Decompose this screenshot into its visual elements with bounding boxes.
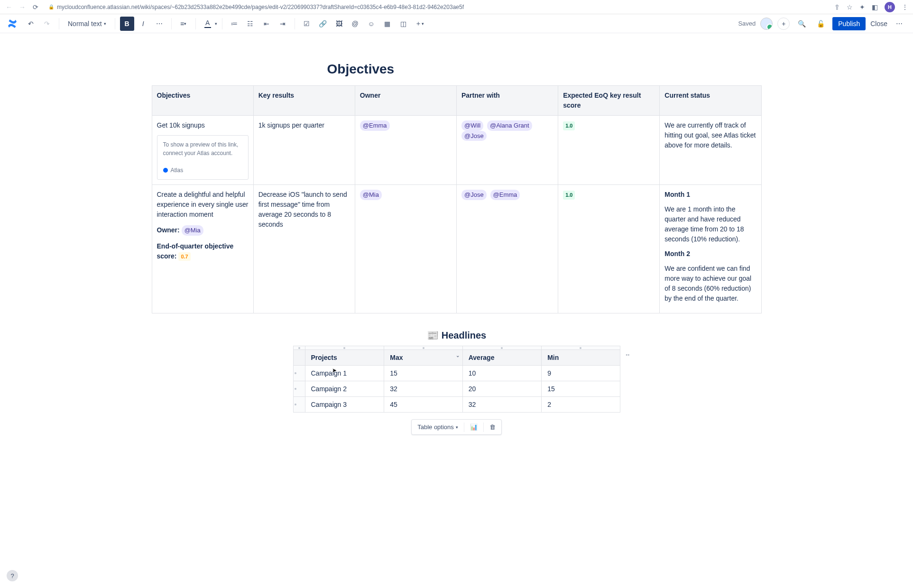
align-button[interactable]: ≡ ▾ [176, 17, 191, 31]
partner-cell[interactable]: @Jose @Emma [456, 185, 558, 313]
italic-button[interactable]: I [136, 17, 150, 31]
col-status[interactable]: Current status [660, 86, 761, 116]
indent-icon[interactable]: ⇥ [276, 17, 290, 31]
col-min[interactable]: Min [542, 350, 620, 366]
row-handle-corner[interactable] [293, 350, 305, 366]
publish-button[interactable]: Publish [832, 17, 866, 30]
atlas-smartlink[interactable]: To show a preview of this link, connect … [157, 135, 249, 180]
objective-text[interactable]: Get 10k signups [157, 120, 249, 130]
emoji-icon[interactable]: ☺ [364, 17, 378, 31]
row-handle[interactable] [293, 381, 305, 397]
table-icon[interactable]: ▦ [380, 17, 395, 31]
bold-button[interactable]: B [120, 17, 134, 31]
outdent-icon[interactable]: ⇤ [259, 17, 274, 31]
cell-project[interactable]: Campaign 3 [305, 397, 384, 413]
table-options-button[interactable]: Table options ▾ [415, 422, 461, 432]
partner-cell[interactable]: @Will @Alana Grant @Jose [456, 116, 558, 185]
status-cell[interactable]: Month 1 We are 1 month into the quarter … [660, 185, 761, 313]
sort-chevron-icon[interactable]: ⌄ [456, 353, 460, 358]
action-item-icon[interactable]: ☑ [300, 17, 314, 31]
chart-icon[interactable]: 📊 [467, 422, 480, 432]
mention[interactable]: @Will [461, 120, 483, 131]
table-row[interactable]: Campaign 1 15 10 9 [293, 366, 620, 381]
table-row[interactable]: Get 10k signups To show a preview of thi… [152, 116, 761, 185]
owner-cell[interactable]: @Emma [355, 116, 456, 185]
extensions-icon[interactable]: ✦ [859, 3, 865, 11]
score-cell[interactable]: 1.0 [558, 185, 660, 313]
col-key-results[interactable]: Key results [253, 86, 355, 116]
owner-cell[interactable]: @Mia [355, 185, 456, 313]
cell-avg[interactable]: 32 [462, 397, 541, 413]
cell-max[interactable]: 45 [384, 397, 462, 413]
table-row[interactable]: Campaign 3 45 32 2 [293, 397, 620, 413]
table-row[interactable]: Create a delightful and helpful experien… [152, 185, 761, 313]
bullet-list-icon[interactable]: ≔ [227, 17, 241, 31]
insert-icon[interactable]: ＋▾ [413, 17, 427, 31]
cell-avg[interactable]: 10 [462, 366, 541, 381]
col-owner[interactable]: Owner [355, 86, 456, 116]
link-icon[interactable]: 🔗 [316, 17, 330, 31]
cell-project[interactable]: Campaign 1 [305, 366, 384, 381]
browser-avatar[interactable]: H [885, 2, 895, 12]
col-max[interactable]: Max ⌄ [384, 350, 462, 366]
mention[interactable]: @Emma [360, 120, 390, 131]
objectives-table[interactable]: Objectives Key results Owner Partner wit… [152, 85, 762, 313]
column-handles[interactable] [293, 346, 620, 350]
undo-icon[interactable]: ↶ [24, 17, 38, 31]
table-resize-handle[interactable]: ↔ [625, 351, 631, 358]
more-actions-icon[interactable]: ⋯ [892, 17, 906, 31]
page-title[interactable]: Objectives [327, 62, 762, 77]
row-handle[interactable] [293, 397, 305, 413]
headlines-table[interactable]: Projects Max ⌄ Average Min Campaign 1 15… [293, 346, 620, 413]
status-cell[interactable]: We are currently off track of hitting ou… [660, 116, 761, 185]
cell-max[interactable]: 15 [384, 366, 462, 381]
cell-min[interactable]: 2 [542, 397, 620, 413]
key-result-cell[interactable]: 1k signups per quarter [253, 116, 355, 185]
mention[interactable]: @Jose [461, 190, 487, 200]
text-color-button[interactable]: A [201, 17, 215, 31]
cell-min[interactable]: 9 [542, 366, 620, 381]
col-average[interactable]: Average [462, 350, 541, 366]
url-bar[interactable]: 🔒 mycloudconfluence.atlassian.net/wiki/s… [45, 4, 830, 10]
chevron-down-icon[interactable]: ▾ [215, 21, 217, 26]
add-collaborator-button[interactable]: + [777, 18, 790, 30]
cell-min[interactable]: 15 [542, 381, 620, 397]
table-row[interactable]: Campaign 2 32 20 15 [293, 381, 620, 397]
share-icon[interactable]: ⇪ [834, 3, 840, 11]
collab-avatar[interactable] [760, 18, 773, 30]
cell-max[interactable]: 32 [384, 381, 462, 397]
cell-project[interactable]: Campaign 2 [305, 381, 384, 397]
mention[interactable]: @Mia [182, 225, 203, 236]
mention[interactable]: @Alana Grant [487, 120, 532, 131]
mention[interactable]: @Jose [461, 131, 487, 141]
forward-icon[interactable]: → [18, 3, 27, 11]
bookmark-icon[interactable]: ☆ [847, 3, 853, 11]
browser-menu-icon[interactable]: ⋮ [902, 3, 908, 11]
key-result-cell[interactable]: Decrease iOS "launch to send first messa… [253, 185, 355, 313]
headlines-heading[interactable]: 📰 Headlines [427, 330, 486, 341]
mention[interactable]: @Mia [360, 190, 382, 200]
reload-icon[interactable]: ⟳ [31, 3, 40, 11]
layouts-icon[interactable]: ◫ [397, 17, 411, 31]
col-objectives[interactable]: Objectives [152, 86, 253, 116]
mention-icon[interactable]: @ [348, 17, 362, 31]
col-partner[interactable]: Partner with [456, 86, 558, 116]
back-icon[interactable]: ← [5, 3, 13, 11]
cell-avg[interactable]: 20 [462, 381, 541, 397]
close-button[interactable]: Close [870, 20, 887, 28]
sidepanel-icon[interactable]: ◧ [872, 3, 878, 11]
mention[interactable]: @Emma [490, 190, 520, 200]
numbered-list-icon[interactable]: ☷ [243, 17, 258, 31]
find-icon[interactable]: 🔍 [794, 17, 809, 31]
redo-icon[interactable]: ↷ [40, 17, 54, 31]
image-icon[interactable]: 🖼 [332, 17, 346, 31]
restrictions-icon[interactable]: 🔓 [813, 17, 828, 31]
confluence-logo-icon[interactable] [7, 18, 18, 29]
more-formatting-icon[interactable]: ⋯ [152, 17, 166, 31]
score-cell[interactable]: 1.0 [558, 116, 660, 185]
objective-text[interactable]: Create a delightful and helpful experien… [157, 190, 249, 220]
row-handle[interactable] [293, 366, 305, 381]
text-style-select[interactable]: Normal text ▾ [64, 17, 110, 31]
col-projects[interactable]: Projects [305, 350, 384, 366]
delete-table-icon[interactable]: 🗑 [487, 422, 498, 432]
